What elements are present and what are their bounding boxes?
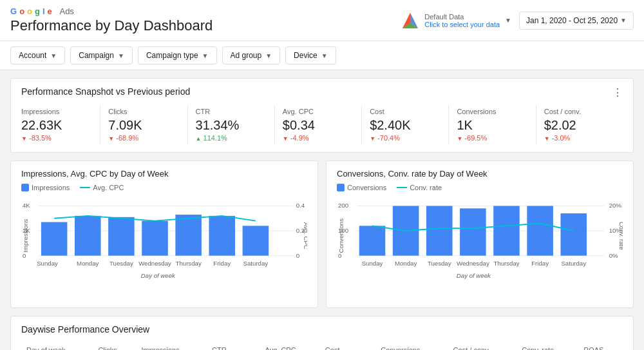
svg-text:Friday: Friday — [213, 260, 231, 267]
svg-text:Wednesday: Wednesday — [457, 260, 489, 267]
svg-text:Monday: Monday — [395, 260, 417, 267]
bar-thursday — [175, 215, 202, 256]
legend-impressions: Impressions — [21, 184, 70, 191]
filter-campaign-type[interactable]: Campaign type ▼ — [138, 46, 217, 64]
svg-text:Sunday: Sunday — [362, 260, 383, 267]
filter-campaign-type-label: Campaign type — [146, 51, 198, 60]
svg-text:Saturday: Saturday — [243, 260, 269, 267]
filter-account-label: Account — [19, 51, 46, 60]
svg-text:Conv. rate: Conv. rate — [618, 222, 623, 250]
filter-device[interactable]: Device ▼ — [285, 46, 336, 64]
chart1-legend: Impressions Avg. CPC — [21, 184, 307, 191]
col-header-avg-cpc: Avg. CPC — [260, 342, 320, 350]
filter-account-caret-icon: ▼ — [50, 52, 57, 59]
chart1-title: Impressions, Avg. CPC by Day of Week — [21, 169, 307, 179]
svg-text:Thursday: Thursday — [493, 260, 519, 267]
metric-ctr: CTR 31.34% ▲ 114.1% — [188, 105, 275, 144]
performance-table: Day of week Clicks Impressions CTR Avg. … — [21, 342, 623, 350]
filter-ad-group-label: Ad group — [231, 51, 262, 60]
svg-text:Wednesday: Wednesday — [138, 260, 171, 267]
metric-impressions: Impressions 22.63K ▼ -83.5% — [21, 105, 100, 144]
table-title: Daywise Performance Overview — [21, 324, 623, 335]
col-header-conv-rate: Conv. rate — [516, 342, 578, 350]
svg-text:Monday: Monday — [77, 260, 99, 267]
chart2-title: Conversions, Conv. rate by Day of Week — [337, 169, 623, 179]
chart1-area: 4K 2K 0 0.4 0.2 0 — [21, 197, 307, 300]
svg-text:Friday: Friday — [531, 260, 549, 267]
snapshot-card: Performance Snapshot vs Previous period … — [10, 78, 634, 153]
bar2-thursday — [493, 206, 520, 255]
bar2-sunday — [359, 226, 386, 255]
filter-ad-group[interactable]: Ad group ▼ — [222, 46, 281, 64]
header-right: Default Data Click to select your data ▼… — [401, 12, 634, 30]
data-source-subtext: Click to select your data — [424, 21, 500, 28]
col-header-ctr: CTR — [207, 342, 260, 350]
main-content: Performance Snapshot vs Previous period … — [0, 70, 644, 350]
charts-row: Impressions, Avg. CPC by Day of Week Imp… — [10, 160, 634, 308]
legend-impressions-box — [21, 184, 29, 191]
legend-conversions-box — [337, 184, 345, 191]
google-data-studio-logo — [401, 12, 419, 30]
filter-campaign[interactable]: Campaign ▼ — [70, 46, 133, 64]
col-header-roas: ROAS — [578, 342, 623, 350]
data-source[interactable]: Default Data Click to select your data ▼ — [401, 12, 511, 30]
svg-text:Saturday: Saturday — [561, 260, 586, 267]
date-range-text: Jan 1, 2020 - Oct 25, 2020 — [526, 16, 618, 25]
svg-text:Thursday: Thursday — [176, 260, 202, 267]
snapshot-more-options-icon[interactable]: ⋮ — [612, 86, 623, 99]
bar2-wednesday — [460, 208, 486, 255]
bar2-saturday — [560, 213, 587, 256]
table-card: Daywise Performance Overview Day of week… — [10, 316, 634, 350]
metric-avg-cpc: Avg. CPC $0.34 ▼ -4.9% — [275, 105, 362, 144]
col-header-clicks: Clicks — [93, 342, 136, 350]
bar2-tuesday — [426, 206, 453, 255]
legend-conv-rate: Conv. rate — [397, 184, 442, 191]
filter-ad-group-caret-icon: ▼ — [265, 52, 272, 59]
metric-conversions: Conversions 1K ▼ -69.5% — [449, 105, 536, 144]
svg-text:0: 0 — [296, 252, 299, 259]
metric-cost: Cost $2.40K ▼ -70.4% — [362, 105, 449, 144]
date-range-arrow-icon: ▼ — [620, 17, 627, 24]
date-range-picker[interactable]: Jan 1, 2020 - Oct 25, 2020 ▼ — [519, 12, 634, 30]
filters-bar: Account ▼ Campaign ▼ Campaign type ▼ Ad … — [0, 41, 644, 70]
snapshot-metrics: Impressions 22.63K ▼ -83.5% Clicks 7.09K… — [21, 105, 623, 144]
svg-text:200: 200 — [338, 202, 348, 209]
bar2-friday — [527, 206, 553, 255]
col-header-cost: Cost — [320, 342, 375, 350]
chart2-area: 200 100 0 20% 10% 0% — [337, 197, 623, 300]
filter-device-caret-icon: ▼ — [321, 52, 328, 59]
legend-avg-cpc-line — [80, 187, 90, 188]
svg-text:4K: 4K — [23, 202, 30, 209]
svg-text:0.4: 0.4 — [296, 202, 305, 209]
legend-conv-rate-line — [397, 187, 407, 188]
header: Google Ads Performance by Day Dashboard … — [0, 0, 644, 41]
chart2-legend: Conversions Conv. rate — [337, 184, 623, 191]
metric-cost-conv: Cost / conv. $2.02 ▼ -3.0% — [536, 105, 623, 144]
svg-text:20%: 20% — [609, 202, 622, 209]
chart-impressions-cpc: Impressions, Avg. CPC by Day of Week Imp… — [10, 160, 318, 308]
svg-text:Sunday: Sunday — [37, 260, 58, 267]
bar-sunday — [41, 222, 68, 256]
chart1-svg: 4K 2K 0 0.4 0.2 0 — [21, 197, 307, 303]
filter-account[interactable]: Account ▼ — [10, 46, 65, 64]
col-header-cost-conv: Cost / conv. — [448, 342, 517, 350]
col-header-impressions: Impressions — [136, 342, 207, 350]
filter-device-label: Device — [294, 51, 317, 60]
legend-avg-cpc: Avg. CPC — [80, 184, 124, 191]
col-header-day: Day of week — [21, 342, 93, 350]
bar-saturday — [243, 226, 269, 255]
metric-clicks: Clicks 7.09K ▼ -68.9% — [100, 105, 187, 144]
legend-conversions: Conversions — [337, 184, 386, 191]
svg-text:Avg. CPC: Avg. CPC — [303, 222, 307, 249]
bar-tuesday — [108, 217, 135, 256]
bar-friday — [209, 216, 235, 256]
filter-campaign-type-caret-icon: ▼ — [202, 52, 209, 59]
data-source-dropdown-icon: ▼ — [505, 17, 511, 24]
col-header-conversions: Conversions — [375, 342, 448, 350]
svg-text:Conversions: Conversions — [337, 219, 345, 253]
chart-conversions-convrate: Conversions, Conv. rate by Day of Week C… — [326, 160, 634, 308]
table-header-row: Day of week Clicks Impressions CTR Avg. … — [21, 342, 623, 350]
chart2-svg: 200 100 0 20% 10% 0% — [337, 197, 623, 303]
google-ads-logo: Google Ads — [10, 6, 213, 16]
bar-monday — [75, 216, 101, 256]
